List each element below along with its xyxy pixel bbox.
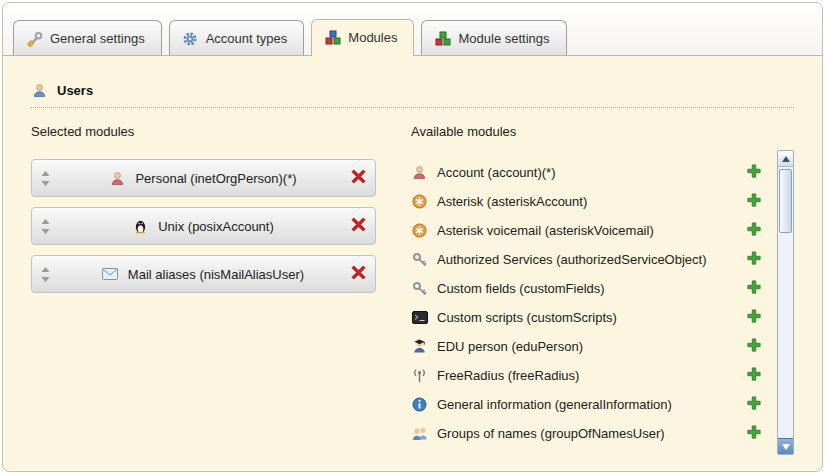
scroll-down-button[interactable] <box>778 438 793 454</box>
tab-modules[interactable]: Modules <box>311 19 414 56</box>
tab-label: Account types <box>206 31 288 46</box>
remove-module-button[interactable] <box>351 169 366 187</box>
selected-modules-heading: Selected modules <box>31 124 411 142</box>
tab-general-settings[interactable]: General settings <box>13 20 162 55</box>
available-module-row: Custom scripts (customScripts) <box>411 303 767 332</box>
graduate-icon <box>411 338 428 355</box>
module-label: General information (generalInformation) <box>437 397 672 412</box>
selected-module-row[interactable]: Mail aliases (nisMailAliasUser) <box>31 255 376 293</box>
available-module-row: Asterisk voicemail (asteriskVoicemail) <box>411 216 767 245</box>
delete-icon <box>351 169 366 187</box>
available-module-row: Groups of names (groupOfNamesUser) <box>411 419 767 448</box>
module-label: Personal (inetOrgPerson)(*) <box>135 171 296 186</box>
tux-icon <box>132 218 149 235</box>
delete-icon <box>351 217 366 235</box>
group-icon <box>411 425 428 442</box>
add-module-button[interactable] <box>747 309 761 326</box>
available-modules-list: Account (account)(*) Asterisk (asteriskA… <box>411 158 767 448</box>
add-module-button[interactable] <box>747 251 761 268</box>
add-icon <box>747 193 761 210</box>
drag-handle-icon[interactable] <box>41 219 55 234</box>
person-icon <box>109 170 126 187</box>
selected-module-row[interactable]: Unix (posixAccount) <box>31 207 376 245</box>
add-module-button[interactable] <box>747 367 761 384</box>
key-icon <box>411 251 428 268</box>
module-label: Custom fields (customFields) <box>437 281 605 296</box>
module-label: Mail aliases (nisMailAliasUser) <box>128 267 304 282</box>
selected-modules-list: Personal (inetOrgPerson)(*) <box>31 159 411 293</box>
antenna-icon <box>411 367 428 384</box>
add-module-button[interactable] <box>747 338 761 355</box>
available-modules-heading: Available modules <box>411 124 794 142</box>
terminal-icon <box>411 309 428 326</box>
modules-icon <box>324 29 341 46</box>
person-icon <box>411 164 428 181</box>
tab-module-settings[interactable]: Module settings <box>421 20 566 55</box>
gear-icon <box>182 30 199 47</box>
module-settings-icon <box>434 30 451 47</box>
chevron-up-icon <box>782 156 790 162</box>
scroll-up-button[interactable] <box>778 151 793 167</box>
chevron-down-icon <box>782 444 790 450</box>
available-module-row: FreeRadius (freeRadius) <box>411 361 767 390</box>
module-label: Custom scripts (customScripts) <box>437 310 617 325</box>
module-label: Asterisk (asteriskAccount) <box>437 194 587 209</box>
tab-strip: General settings Account types Modules M… <box>3 3 822 56</box>
user-icon <box>31 82 48 99</box>
add-icon <box>747 309 761 326</box>
module-label: Unix (posixAccount) <box>158 219 274 234</box>
add-module-button[interactable] <box>747 193 761 210</box>
add-icon <box>747 425 761 442</box>
remove-module-button[interactable] <box>351 265 366 283</box>
add-icon <box>747 396 761 413</box>
available-module-row: EDU person (eduPerson) <box>411 332 767 361</box>
add-icon <box>747 367 761 384</box>
module-label: Asterisk voicemail (asteriskVoicemail) <box>437 223 654 238</box>
info-icon <box>411 396 428 413</box>
available-module-row: Account (account)(*) <box>411 158 767 187</box>
add-module-button[interactable] <box>747 164 761 181</box>
asterisk-icon <box>411 222 428 239</box>
mail-icon <box>102 266 119 283</box>
tab-label: General settings <box>50 31 145 46</box>
add-module-button[interactable] <box>747 280 761 297</box>
tab-label: Modules <box>348 30 397 45</box>
tab-account-types[interactable]: Account types <box>169 20 305 55</box>
add-icon <box>747 164 761 181</box>
selected-module-row[interactable]: Personal (inetOrgPerson)(*) <box>31 159 376 197</box>
add-module-button[interactable] <box>747 425 761 442</box>
available-module-row: Asterisk (asteriskAccount) <box>411 187 767 216</box>
add-module-button[interactable] <box>747 222 761 239</box>
users-section-heading: Users <box>31 82 794 108</box>
module-label: Authorized Services (authorizedServiceOb… <box>437 252 707 267</box>
section-title: Users <box>57 83 93 98</box>
tabs-widget: General settings Account types Modules M… <box>2 2 823 472</box>
module-label: FreeRadius (freeRadius) <box>437 368 579 383</box>
scrollbar-thumb[interactable] <box>779 169 792 233</box>
add-icon <box>747 280 761 297</box>
available-module-row: Custom fields (customFields) <box>411 274 767 303</box>
add-icon <box>747 222 761 239</box>
module-label: EDU person (eduPerson) <box>437 339 583 354</box>
tab-label: Module settings <box>458 31 549 46</box>
key-icon <box>411 280 428 297</box>
available-module-row: General information (generalInformation) <box>411 390 767 419</box>
available-module-row: Authorized Services (authorizedServiceOb… <box>411 245 767 274</box>
drag-handle-icon[interactable] <box>41 267 55 282</box>
delete-icon <box>351 265 366 283</box>
asterisk-icon <box>411 193 428 210</box>
add-icon <box>747 338 761 355</box>
module-label: Account (account)(*) <box>437 165 556 180</box>
module-label: Groups of names (groupOfNamesUser) <box>437 426 665 441</box>
remove-module-button[interactable] <box>351 217 366 235</box>
scrollbar[interactable] <box>777 150 794 455</box>
add-icon <box>747 251 761 268</box>
add-module-button[interactable] <box>747 396 761 413</box>
modules-panel: Users Selected modules Persona <box>3 56 822 448</box>
drag-handle-icon[interactable] <box>41 171 55 186</box>
tools-icon <box>26 30 43 47</box>
